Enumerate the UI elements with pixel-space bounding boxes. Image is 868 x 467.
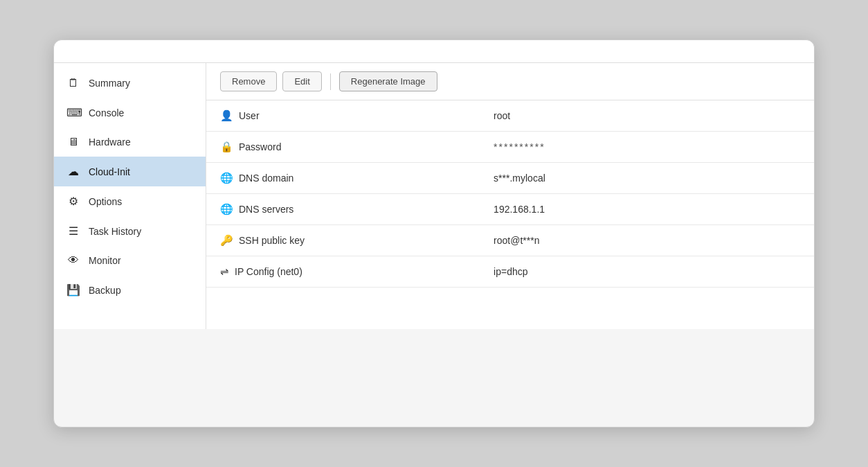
table-row-ssh-key: 🔑SSH public keyroot@t***n [206,225,814,256]
title-bar [54,40,814,63]
sidebar-item-backup[interactable]: 💾Backup [54,275,206,305]
field-label-ssh-key: 🔑SSH public key [220,234,466,247]
sidebar-label-cloud-init: Cloud-Init [89,166,130,177]
field-label-text-ssh-key: SSH public key [239,235,305,246]
password-icon: 🔒 [220,141,233,153]
empty-row [206,288,814,329]
field-value-user: root [480,100,814,132]
options-icon: ⚙ [66,195,80,208]
sidebar-item-options[interactable]: ⚙Options [54,186,206,216]
field-value-dns-domain: s***.mylocal [480,163,814,194]
toolbar-separator [330,73,331,90]
table-row-user: 👤Userroot [206,100,814,132]
field-label-dns-servers: 🌐DNS servers [220,203,466,215]
table-row-dns-servers: 🌐DNS servers192.168.1.1 [206,194,814,225]
remove-button[interactable]: Remove [220,71,277,91]
summary-icon: 🗒 [66,77,80,89]
field-label-user: 👤User [220,109,466,122]
dns-domain-icon: 🌐 [220,172,233,184]
task-history-icon: ☰ [66,224,80,238]
field-value-ssh-key: root@t***n [480,225,814,256]
sidebar-label-options: Options [89,196,122,207]
toolbar: RemoveEditRegenerate Image [206,63,814,100]
sidebar: 🗒Summary⌨Console🖥Hardware☁Cloud-Init⚙Opt… [54,63,206,329]
field-label-password: 🔒Password [220,141,466,153]
ip-config-icon: ⇌ [220,265,229,278]
main-layout: 🗒Summary⌨Console🖥Hardware☁Cloud-Init⚙Opt… [54,63,814,329]
sidebar-label-summary: Summary [89,78,130,89]
field-label-text-dns-domain: DNS domain [239,173,293,184]
data-table: 👤Userroot🔒Password**********🌐DNS domains… [206,100,814,329]
sidebar-label-backup: Backup [89,285,121,296]
backup-icon: 💾 [66,283,80,297]
cloud-init-icon: ☁ [66,165,80,178]
sidebar-item-task-history[interactable]: ☰Task History [54,216,206,246]
field-label-text-user: User [239,110,260,121]
monitor-icon: 👁 [66,254,80,267]
hardware-icon: 🖥 [66,136,80,148]
field-label-text-password: Password [239,141,281,152]
table-row-dns-domain: 🌐DNS domains***.mylocal [206,163,814,194]
content-area: RemoveEditRegenerate Image 👤Userroot🔒Pas… [206,63,814,329]
table-row-password: 🔒Password********** [206,132,814,163]
edit-button[interactable]: Edit [282,71,321,91]
dns-servers-icon: 🌐 [220,203,233,215]
field-label-ip-config: ⇌IP Config (net0) [220,265,466,278]
field-value-ip-config: ip=dhcp [480,256,814,288]
main-window: 🗒Summary⌨Console🖥Hardware☁Cloud-Init⚙Opt… [53,39,815,428]
field-value-dns-servers: 192.168.1.1 [480,194,814,225]
sidebar-item-hardware[interactable]: 🖥Hardware [54,127,206,157]
sidebar-item-monitor[interactable]: 👁Monitor [54,246,206,275]
sidebar-item-console[interactable]: ⌨Console [54,98,206,127]
sidebar-label-task-history: Task History [89,226,141,237]
sidebar-label-monitor: Monitor [89,255,121,266]
field-label-text-ip-config: IP Config (net0) [235,266,302,277]
user-icon: 👤 [220,109,233,122]
regenerate-button[interactable]: Regenerate Image [339,71,437,91]
field-label-text-dns-servers: DNS servers [239,204,293,215]
field-value-password: ********** [480,132,814,163]
field-label-dns-domain: 🌐DNS domain [220,172,466,184]
table-row-ip-config: ⇌IP Config (net0)ip=dhcp [206,256,814,288]
console-icon: ⌨ [66,106,80,119]
ssh-key-icon: 🔑 [220,234,233,247]
sidebar-label-console: Console [89,107,124,118]
sidebar-item-cloud-init[interactable]: ☁Cloud-Init [54,157,206,186]
sidebar-label-hardware: Hardware [89,136,131,148]
sidebar-item-summary[interactable]: 🗒Summary [54,69,206,98]
